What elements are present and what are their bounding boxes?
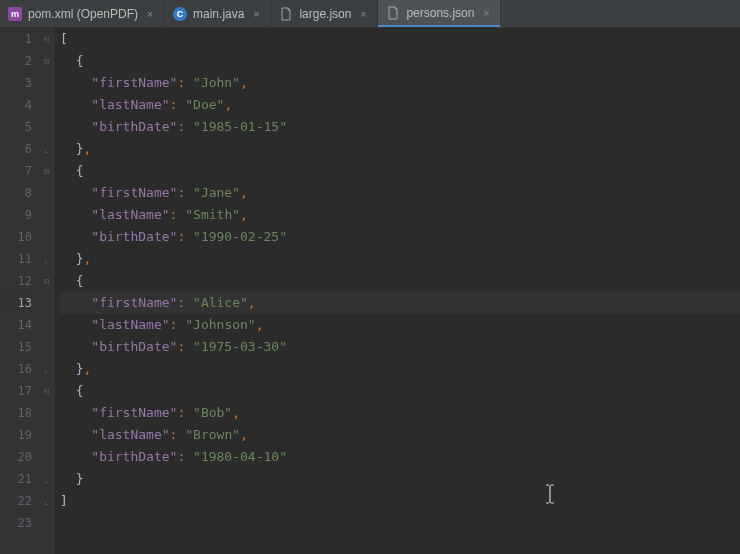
token: "lastName" [91, 97, 169, 112]
token: : [170, 97, 186, 112]
token: , [256, 317, 264, 332]
line-number[interactable]: 2 [0, 50, 32, 72]
token: "firstName" [91, 405, 177, 420]
code-line[interactable] [60, 512, 740, 534]
editor-area: 1234567891011121314151617181920212223 ⊟⊟… [0, 28, 740, 554]
code-line[interactable]: }, [60, 138, 740, 160]
token: "Doe" [185, 97, 224, 112]
code-line[interactable]: } [60, 468, 740, 490]
fold-open-icon[interactable]: ⊟ [40, 380, 53, 402]
tab-main-java[interactable]: Cmain.java× [165, 0, 271, 27]
token: , [83, 141, 91, 156]
token: "birthDate" [91, 119, 177, 134]
fold-none [40, 446, 53, 468]
code-line[interactable]: "lastName": "Doe", [60, 94, 740, 116]
code-line[interactable]: "lastName": "Johnson", [60, 314, 740, 336]
token: , [224, 97, 232, 112]
tab-pom-xml-openpdf-[interactable]: mpom.xml (OpenPDF)× [0, 0, 165, 27]
line-number[interactable]: 19 [0, 424, 32, 446]
line-number[interactable]: 1 [0, 28, 32, 50]
line-number[interactable]: 8 [0, 182, 32, 204]
token: : [177, 295, 193, 310]
line-number[interactable]: 3 [0, 72, 32, 94]
token: , [240, 185, 248, 200]
token: "1980-04-10" [193, 449, 287, 464]
token: : [177, 405, 193, 420]
line-number[interactable]: 17 [0, 380, 32, 402]
code-line[interactable]: "firstName": "Jane", [60, 182, 740, 204]
tab-label: persons.json [406, 6, 474, 20]
token: "John" [193, 75, 240, 90]
tab-persons-json[interactable]: persons.json× [378, 0, 501, 27]
code-line[interactable]: ] [60, 490, 740, 512]
line-number[interactable]: 5 [0, 116, 32, 138]
fold-close-icon[interactable]: ⌞ [40, 358, 53, 380]
line-number[interactable]: 4 [0, 94, 32, 116]
token: , [240, 427, 248, 442]
code-line[interactable]: { [60, 160, 740, 182]
close-icon[interactable]: × [480, 7, 492, 19]
token: "Bob" [193, 405, 232, 420]
code-line[interactable]: "firstName": "John", [60, 72, 740, 94]
line-number[interactable]: 7 [0, 160, 32, 182]
fold-open-icon[interactable]: ⊟ [40, 270, 53, 292]
code-line[interactable]: "firstName": "Bob", [60, 402, 740, 424]
token: : [177, 75, 193, 90]
code-line[interactable]: "birthDate": "1990-02-25" [60, 226, 740, 248]
line-number[interactable]: 22 [0, 490, 32, 512]
maven-icon: m [8, 7, 22, 21]
token: "birthDate" [91, 449, 177, 464]
token: , [83, 251, 91, 266]
code-line[interactable]: "lastName": "Brown", [60, 424, 740, 446]
token: : [177, 339, 193, 354]
tab-large-json[interactable]: large.json× [271, 0, 378, 27]
token: { [76, 383, 84, 398]
code-line[interactable]: }, [60, 248, 740, 270]
line-number[interactable]: 23 [0, 512, 32, 534]
fold-close-icon[interactable]: ⌞ [40, 248, 53, 270]
code-line[interactable]: [ [60, 28, 740, 50]
line-number[interactable]: 18 [0, 402, 32, 424]
line-number[interactable]: 13 [0, 292, 32, 314]
fold-open-icon[interactable]: ⊟ [40, 50, 53, 72]
line-number[interactable]: 20 [0, 446, 32, 468]
line-number[interactable]: 6 [0, 138, 32, 160]
line-gutter: 1234567891011121314151617181920212223 [0, 28, 40, 554]
fold-close-icon[interactable]: ⌞ [40, 490, 53, 512]
token: { [76, 273, 84, 288]
code-line[interactable]: { [60, 270, 740, 292]
code-line[interactable]: { [60, 380, 740, 402]
line-number[interactable]: 10 [0, 226, 32, 248]
fold-close-icon[interactable]: ⌞ [40, 138, 53, 160]
line-number[interactable]: 9 [0, 204, 32, 226]
close-icon[interactable]: × [144, 8, 156, 20]
code-line[interactable]: "birthDate": "1975-03-30" [60, 336, 740, 358]
line-number[interactable]: 21 [0, 468, 32, 490]
tab-label: pom.xml (OpenPDF) [28, 7, 138, 21]
code-line[interactable]: "birthDate": "1985-01-15" [60, 116, 740, 138]
token: "birthDate" [91, 339, 177, 354]
code-line[interactable]: "firstName": "Alice", [60, 292, 740, 314]
token: , [232, 405, 240, 420]
line-number[interactable]: 16 [0, 358, 32, 380]
fold-none [40, 94, 53, 116]
code-line[interactable]: "lastName": "Smith", [60, 204, 740, 226]
code-area[interactable]: [ { "firstName": "John", "lastName": "Do… [54, 28, 740, 554]
line-number[interactable]: 15 [0, 336, 32, 358]
fold-close-icon[interactable]: ⌞ [40, 468, 53, 490]
code-line[interactable]: { [60, 50, 740, 72]
code-line[interactable]: }, [60, 358, 740, 380]
close-icon[interactable]: × [357, 8, 369, 20]
token: "firstName" [91, 295, 177, 310]
token: "Jane" [193, 185, 240, 200]
line-number[interactable]: 12 [0, 270, 32, 292]
token: "firstName" [91, 75, 177, 90]
fold-open-icon[interactable]: ⊟ [40, 160, 53, 182]
line-number[interactable]: 11 [0, 248, 32, 270]
line-number[interactable]: 14 [0, 314, 32, 336]
fold-open-icon[interactable]: ⊟ [40, 28, 53, 50]
code-line[interactable]: "birthDate": "1980-04-10" [60, 446, 740, 468]
fold-column: ⊟⊟⌞⊟⌞⊟⌞⊟⌞⌞ [40, 28, 54, 554]
close-icon[interactable]: × [250, 8, 262, 20]
token: : [177, 119, 193, 134]
